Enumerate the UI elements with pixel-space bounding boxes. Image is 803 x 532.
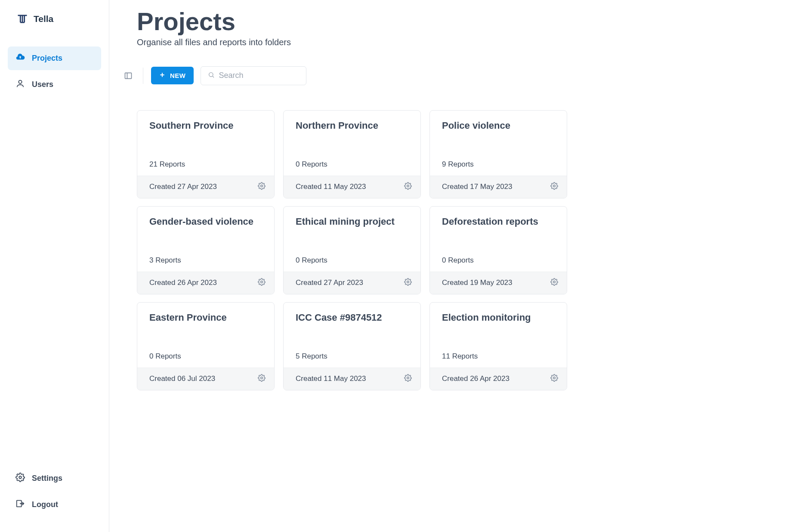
project-card-footer: Created 27 Apr 2023 (137, 176, 274, 198)
project-report-count: 0 Reports (442, 256, 555, 265)
project-card-footer: Created 26 Apr 2023 (430, 368, 567, 390)
gear-icon[interactable] (258, 374, 266, 384)
project-card-body: Northern Province0 Reports (284, 111, 420, 176)
nav-secondary: Settings Logout (0, 467, 109, 519)
svg-point-14 (553, 281, 556, 283)
svg-point-7 (209, 73, 213, 77)
plus-icon (159, 71, 166, 80)
project-created-date: Created 17 May 2023 (442, 182, 513, 191)
svg-point-13 (407, 281, 409, 283)
project-title: Election monitoring (442, 312, 555, 323)
svg-point-17 (553, 377, 556, 379)
user-icon (15, 79, 25, 90)
cloud-upload-icon (15, 53, 25, 64)
project-card-footer: Created 11 May 2023 (284, 176, 420, 198)
svg-point-16 (407, 377, 409, 379)
project-title: Northern Province (296, 120, 408, 131)
project-title: Deforestation reports (442, 216, 555, 227)
project-card-body: Election monitoring11 Reports (430, 303, 567, 368)
project-report-count: 0 Reports (296, 256, 408, 265)
project-card[interactable]: Ethical mining project0 ReportsCreated 2… (283, 206, 421, 294)
project-card[interactable]: Northern Province0 ReportsCreated 11 May… (283, 110, 421, 198)
gear-icon (15, 473, 25, 484)
project-title: Eastern Province (149, 312, 262, 323)
project-created-date: Created 27 Apr 2023 (296, 278, 363, 287)
project-created-date: Created 11 May 2023 (296, 374, 366, 383)
project-card[interactable]: Gender-based violence3 ReportsCreated 26… (137, 206, 275, 294)
svg-rect-3 (125, 73, 132, 78)
project-title: ICC Case #9874512 (296, 312, 408, 323)
sidebar-item-settings[interactable]: Settings (8, 467, 101, 490)
project-card-footer: Created 11 May 2023 (284, 368, 420, 390)
sidebar-item-label: Users (32, 80, 53, 89)
project-grid: Southern Province21 ReportsCreated 27 Ap… (137, 110, 803, 390)
project-card-body: Deforestation reports0 Reports (430, 207, 567, 272)
panel-toggle-icon[interactable] (124, 71, 133, 80)
project-card[interactable]: Eastern Province0 ReportsCreated 06 Jul … (137, 302, 275, 390)
svg-line-8 (213, 76, 214, 77)
project-report-count: 5 Reports (296, 352, 408, 361)
gear-icon[interactable] (404, 278, 412, 288)
gear-icon[interactable] (258, 182, 266, 192)
sidebar-item-label: Settings (32, 474, 62, 483)
brand-logo-icon (16, 13, 28, 25)
sidebar-item-label: Projects (32, 54, 62, 63)
gear-icon[interactable] (550, 374, 558, 384)
project-title: Gender-based violence (149, 216, 262, 227)
project-report-count: 0 Reports (149, 352, 262, 361)
gear-icon[interactable] (404, 374, 412, 384)
page-subtitle: Organise all files and reports into fold… (137, 37, 803, 47)
project-card[interactable]: Deforestation reports0 ReportsCreated 19… (429, 206, 567, 294)
gear-icon[interactable] (550, 182, 558, 192)
new-button[interactable]: NEW (151, 67, 194, 84)
search-field[interactable] (201, 66, 306, 85)
project-created-date: Created 26 Apr 2023 (149, 278, 217, 287)
project-card-body: Police violence9 Reports (430, 111, 567, 176)
project-card[interactable]: ICC Case #98745125 ReportsCreated 11 May… (283, 302, 421, 390)
project-card[interactable]: Election monitoring11 ReportsCreated 26 … (429, 302, 567, 390)
toolbar: NEW (137, 66, 803, 85)
project-card-body: ICC Case #98745125 Reports (284, 303, 420, 368)
project-created-date: Created 06 Jul 2023 (149, 374, 215, 383)
project-card[interactable]: Southern Province21 ReportsCreated 27 Ap… (137, 110, 275, 198)
project-report-count: 9 Reports (442, 160, 555, 169)
project-card-footer: Created 27 Apr 2023 (284, 272, 420, 294)
sidebar-item-users[interactable]: Users (8, 73, 101, 96)
project-card-body: Southern Province21 Reports (137, 111, 274, 176)
project-report-count: 3 Reports (149, 256, 262, 265)
new-button-label: NEW (170, 72, 186, 79)
logout-icon (15, 499, 25, 510)
project-created-date: Created 19 May 2023 (442, 278, 513, 287)
svg-point-12 (261, 281, 263, 283)
svg-point-9 (261, 185, 263, 187)
gear-icon[interactable] (258, 278, 266, 288)
project-card-footer: Created 26 Apr 2023 (137, 272, 274, 294)
brand[interactable]: Tella (0, 13, 109, 46)
gear-icon[interactable] (404, 182, 412, 192)
svg-point-15 (261, 377, 263, 379)
svg-point-10 (407, 185, 409, 187)
project-title: Southern Province (149, 120, 262, 131)
sidebar-item-projects[interactable]: Projects (8, 46, 101, 70)
search-icon (208, 71, 215, 80)
sidebar-item-label: Logout (32, 500, 58, 509)
svg-point-1 (19, 476, 22, 479)
project-created-date: Created 26 Apr 2023 (442, 374, 510, 383)
project-card-body: Eastern Province0 Reports (137, 303, 274, 368)
project-report-count: 0 Reports (296, 160, 408, 169)
page-title: Projects (137, 9, 803, 35)
nav-primary: Projects Users (0, 46, 109, 99)
sidebar: Tella Projects Users (0, 0, 109, 532)
brand-name: Tella (34, 14, 53, 24)
main-content: Projects Organise all files and reports … (109, 0, 803, 532)
project-card-footer: Created 19 May 2023 (430, 272, 567, 294)
gear-icon[interactable] (550, 278, 558, 288)
project-card-body: Gender-based violence3 Reports (137, 207, 274, 272)
project-report-count: 11 Reports (442, 352, 555, 361)
svg-point-11 (553, 185, 556, 187)
project-created-date: Created 11 May 2023 (296, 182, 366, 191)
project-card[interactable]: Police violence9 ReportsCreated 17 May 2… (429, 110, 567, 198)
search-input[interactable] (219, 71, 299, 80)
project-card-footer: Created 17 May 2023 (430, 176, 567, 198)
sidebar-item-logout[interactable]: Logout (8, 493, 101, 517)
